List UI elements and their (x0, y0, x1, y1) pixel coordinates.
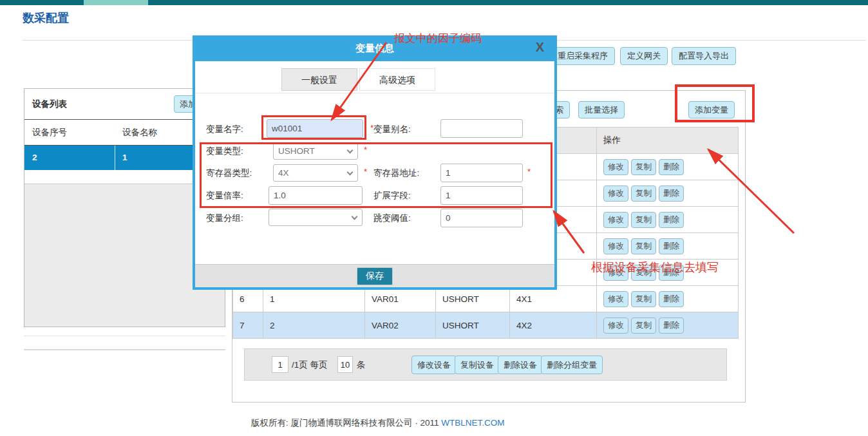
delete-button[interactable]: 删除 (659, 238, 684, 254)
chevron-down-icon (347, 169, 354, 176)
cell: 4X2 (510, 312, 597, 339)
edit-button[interactable]: 修改 (603, 159, 628, 175)
delete-button[interactable]: 删除 (659, 318, 684, 334)
device-col-seq: 设备序号 (32, 120, 67, 146)
copyright-text: 版权所有: 厦门物通博联网络科技有限公司 · 2011 (251, 418, 439, 428)
batch-select-button[interactable]: 批量选择 (578, 101, 625, 118)
extended-field-label: 扩展字段: (373, 190, 411, 202)
copyright-footer: 版权所有: 厦门物通博联网络科技有限公司 · 2011 WTBLNET.COM (251, 417, 505, 429)
tab-general-settings[interactable]: 一般设置 (281, 68, 357, 91)
col-header-ops: 操作 (597, 128, 739, 154)
edit-button[interactable]: 修改 (603, 238, 628, 254)
jump-threshold-label: 跳变阈值: (373, 213, 411, 224)
restart-collector-button[interactable]: 重启采集程序 (551, 47, 615, 65)
variable-type-label: 变量类型: (206, 146, 243, 157)
register-type-label: 寄存器类型: (206, 167, 252, 179)
table-row-selected[interactable]: 7 2 VAR02 USHORT 4X2 修改复制删除 (233, 312, 739, 339)
page-count-label: /1页 每页 (292, 359, 328, 371)
variable-type-select[interactable]: USHORT (273, 142, 358, 160)
annotation-factor-code: 报文中的因子编码 (394, 31, 482, 46)
dialog-body: 一般设置 高级选项 变量名字: * 变量别名: 变量类型: USHORT * 寄… (195, 61, 554, 287)
cell-ops: 修改复制删除 (597, 286, 739, 312)
register-type-select[interactable]: 4X (273, 164, 358, 182)
dialog-footer: 保存 (195, 264, 554, 287)
edit-button[interactable]: 修改 (603, 212, 628, 228)
required-marker: * (527, 167, 531, 176)
device-panel-title: 设备列表 (32, 89, 67, 120)
cell: USHORT (436, 312, 510, 339)
tab-advanced-options[interactable]: 高级选项 (359, 68, 435, 91)
register-address-input[interactable] (440, 164, 523, 182)
required-marker: * (364, 145, 367, 155)
page-number-input[interactable] (272, 356, 288, 373)
delete-button[interactable]: 删除 (659, 185, 684, 202)
top-bar-accent (84, 0, 148, 5)
device-name-value: 1 (122, 146, 127, 170)
copy-button[interactable]: 复制 (631, 318, 656, 334)
divider-line (24, 336, 225, 336)
modify-device-button[interactable]: 修改设备 (411, 355, 457, 374)
copy-button[interactable]: 复制 (631, 238, 656, 254)
annotation-fill-hint: 根据设备采集信息去填写 (591, 260, 719, 275)
delete-device-button[interactable]: 删除设备 (498, 355, 543, 374)
divider-line (24, 349, 225, 350)
define-gateway-button[interactable]: 定义网关 (620, 47, 668, 65)
cell-ops: 修改复制删除 (597, 154, 739, 180)
variable-group-label: 变量分组: (206, 213, 243, 224)
chevron-down-icon (347, 147, 354, 154)
page-title: 数采配置 (23, 10, 69, 26)
cell-ops: 修改复制删除 (597, 233, 739, 260)
dialog-title: 变量信息 (193, 35, 557, 61)
extended-field-input[interactable] (440, 186, 523, 205)
delete-group-variable-button[interactable]: 删除分组变量 (541, 355, 603, 374)
copy-button[interactable]: 复制 (631, 212, 656, 228)
variable-alias-input[interactable] (440, 119, 523, 138)
variable-name-input[interactable] (267, 119, 363, 138)
cell-ops: 修改复制删除 (597, 180, 739, 207)
copy-button[interactable]: 复制 (631, 291, 656, 307)
copy-button[interactable]: 复制 (631, 159, 656, 175)
cell: 2 (263, 312, 365, 339)
variable-info-dialog: 变量信息 X 一般设置 高级选项 变量名字: * 变量别名: 变量类型: USH… (193, 35, 557, 290)
required-marker: * (364, 167, 367, 176)
variable-name-label: 变量名字: (206, 124, 243, 135)
company-link[interactable]: WTBLNET.COM (441, 418, 504, 428)
page-size-unit-label: 条 (357, 359, 366, 371)
edit-button[interactable]: 修改 (603, 291, 628, 307)
cell: VAR02 (365, 312, 436, 339)
variable-alias-label: 变量别名: (373, 124, 411, 135)
device-seq-value: 2 (32, 146, 37, 170)
device-row-divider (115, 146, 115, 170)
config-import-export-button[interactable]: 配置导入导出 (672, 47, 736, 65)
dialog-header: 变量信息 X (193, 35, 557, 61)
copy-button[interactable]: 复制 (631, 185, 656, 202)
cell: 7 (233, 312, 263, 339)
variable-ratio-label: 变量倍率: (206, 190, 243, 202)
save-button[interactable]: 保存 (357, 267, 393, 285)
delete-button[interactable]: 删除 (659, 159, 684, 175)
edit-button[interactable]: 修改 (603, 185, 628, 202)
edit-button[interactable]: 修改 (603, 318, 628, 334)
tabbar-divider (195, 93, 554, 93)
app-window: 数采配置 重启采集程序 定义网关 配置导入导出 设备列表 添加设备 设备序号 设… (0, 0, 868, 436)
cell-ops: 修改复制删除 (597, 207, 739, 233)
variable-group-select[interactable] (269, 209, 363, 226)
device-col-name: 设备名称 (122, 120, 157, 146)
variable-type-value: USHORT (278, 146, 315, 156)
pagination-bar: /1页 每页 条 修改设备 复制设备 删除设备 删除分组变量 (244, 348, 727, 381)
add-variable-button[interactable]: 添加变量 (688, 101, 735, 118)
cell-ops: 修改复制删除 (597, 312, 739, 339)
variable-ratio-input[interactable] (269, 186, 363, 205)
delete-button[interactable]: 删除 (659, 291, 684, 307)
jump-threshold-input[interactable] (440, 209, 523, 227)
delete-button[interactable]: 删除 (659, 212, 684, 228)
register-type-value: 4X (278, 168, 289, 178)
chevron-down-icon (352, 214, 358, 220)
copy-device-button[interactable]: 复制设备 (455, 355, 500, 374)
page-size-input[interactable] (337, 356, 353, 373)
close-icon[interactable]: X (536, 40, 544, 55)
register-address-label: 寄存器地址: (373, 167, 419, 179)
top-bar (0, 0, 868, 5)
